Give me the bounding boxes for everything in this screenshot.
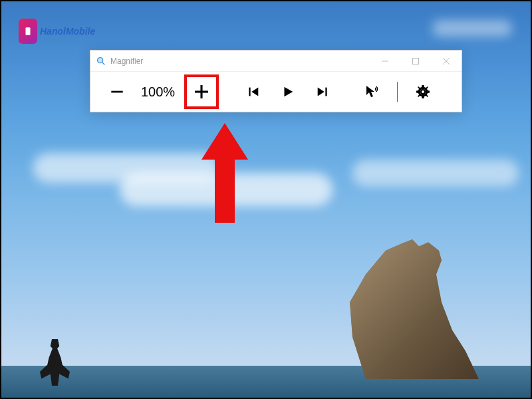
previous-button[interactable] (239, 77, 268, 106)
svg-marker-14 (318, 88, 325, 96)
cloud-decoration (120, 173, 332, 206)
cloud-decoration (432, 20, 512, 37)
toolbar-divider (397, 82, 398, 102)
magnifier-app-icon (96, 56, 106, 66)
magnifier-window: Magnifier 100% (90, 50, 462, 112)
close-button[interactable] (431, 51, 462, 71)
svg-rect-3 (98, 57, 103, 63)
settings-button[interactable] (408, 77, 438, 106)
titlebar[interactable]: Magnifier (90, 51, 462, 72)
window-controls (370, 51, 462, 71)
svg-marker-13 (285, 87, 293, 97)
read-aloud-cursor-button[interactable] (357, 77, 386, 106)
cloud-decoration (352, 160, 519, 186)
next-button[interactable] (308, 77, 337, 106)
zoom-level-display: 100% (137, 84, 179, 100)
svg-marker-16 (366, 86, 374, 97)
watermark-logo: HanolMobile (19, 19, 95, 44)
watermark-icon (19, 19, 37, 44)
rock-decoration (346, 239, 479, 379)
minimize-button[interactable] (370, 51, 400, 71)
watermark-text: HanolMobile (40, 26, 95, 37)
window-title: Magnifier (110, 57, 370, 66)
zoom-out-button[interactable] (102, 77, 132, 106)
maximize-button[interactable] (400, 51, 431, 71)
svg-rect-5 (413, 58, 419, 64)
svg-rect-0 (26, 27, 31, 35)
svg-marker-12 (251, 88, 258, 96)
play-button[interactable] (273, 77, 303, 106)
magnifier-toolbar: 100% (90, 72, 462, 112)
zoom-in-button[interactable] (184, 74, 219, 109)
